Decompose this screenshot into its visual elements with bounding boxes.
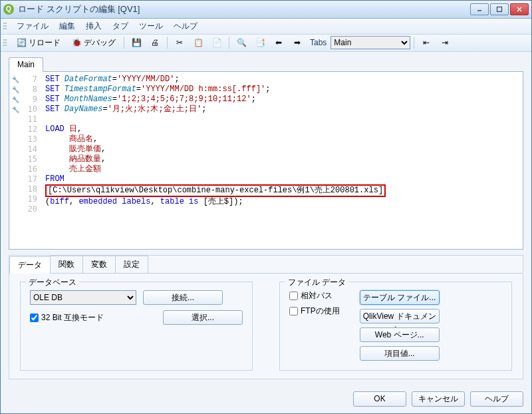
qlikview-doc-button[interactable]: QlikView ドキュメント...: [360, 309, 440, 323]
tabs-label: Tabs: [310, 38, 327, 47]
dialog-buttons: OK キャンセル ヘルプ: [1, 385, 531, 413]
search-icon: 🔍: [236, 37, 247, 48]
tab-next-icon: ➡: [292, 37, 303, 48]
tab-settings[interactable]: 設定: [115, 256, 148, 273]
outdent-icon: ⇤: [421, 37, 432, 48]
database-legend: データベース: [26, 277, 79, 288]
cut-button[interactable]: ✂: [171, 35, 188, 50]
ftp-use-checkbox[interactable]: FTPの使用: [289, 306, 340, 317]
titlebar: Q ロード スクリプトの編集 [QV1]: [1, 1, 531, 19]
search-button[interactable]: 🔍: [233, 35, 250, 50]
table-files-button[interactable]: テーブル ファイル...: [360, 290, 440, 305]
tab-add-icon: 📑: [255, 37, 265, 48]
field-values-button[interactable]: 項目値...: [360, 346, 440, 361]
indent-icon: ⇥: [440, 37, 450, 48]
editor-code[interactable]: SET DateFormat='YYYY/MM/DD';SET Timestam…: [41, 72, 523, 249]
compat-32bit-checkbox[interactable]: 32 Bit 互換モード: [30, 312, 104, 323]
reload-icon: 🔄: [16, 37, 27, 48]
bottom-panel: データ 関数 変数 設定 データベース OLE DB 接続... 32 Bit …: [9, 255, 523, 379]
bug-icon: 🐞: [71, 37, 82, 48]
paste-icon: 📄: [211, 37, 222, 48]
tab-variables[interactable]: 変数: [82, 256, 116, 273]
tab-functions[interactable]: 関数: [50, 256, 83, 273]
reload-button[interactable]: 🔄リロード: [11, 35, 65, 50]
script-editor[interactable]: 7🔧8🔧9🔧10🔧11121314151617181920 SET DateFo…: [9, 71, 523, 250]
maximize-button[interactable]: [490, 3, 509, 15]
tab-prev-icon: ⬅: [273, 37, 284, 48]
menu-tools[interactable]: ツール: [134, 19, 168, 34]
web-page-button[interactable]: Web ページ...: [360, 327, 440, 342]
script-editor-window: Q ロード スクリプトの編集 [QV1] ファイル 編集 挿入 タブ ツール ヘ…: [0, 0, 532, 414]
cancel-button[interactable]: キャンセル: [412, 391, 465, 407]
paste-button[interactable]: 📄: [208, 35, 225, 50]
menu-edit[interactable]: 編集: [54, 19, 80, 34]
toolbar: 🔄リロード 🐞デバッグ 💾 🖨 ✂ 📋 📄 🔍 📑 ⬅ ➡ Tabs Main …: [1, 35, 531, 53]
relative-path-checkbox[interactable]: 相対パス: [289, 290, 340, 302]
menu-tab[interactable]: タブ: [107, 19, 134, 34]
filedata-fieldset: ファイル データ 相対パス FTPの使用 テーブル ファイル... QlikVi…: [279, 282, 512, 371]
menu-file[interactable]: ファイル: [11, 19, 54, 34]
app-icon: Q: [3, 4, 14, 15]
debug-button[interactable]: 🐞デバッグ: [66, 35, 120, 50]
ok-button[interactable]: OK: [353, 391, 406, 407]
select-button[interactable]: 選択...: [163, 310, 243, 325]
tab-prev-button[interactable]: ⬅: [270, 35, 287, 50]
menubar: ファイル 編集 挿入 タブ ツール ヘルプ: [1, 19, 531, 35]
tab-add-button[interactable]: 📑: [251, 35, 269, 50]
outdent-button[interactable]: ⇤: [418, 35, 435, 50]
cut-icon: ✂: [174, 37, 185, 48]
save-button[interactable]: 💾: [128, 35, 145, 50]
copy-button[interactable]: 📋: [190, 35, 207, 50]
print-button[interactable]: 🖨: [146, 35, 164, 50]
copy-icon: 📋: [193, 37, 203, 48]
print-icon: 🖨: [150, 37, 160, 48]
tab-data[interactable]: データ: [9, 256, 51, 274]
tab-next-button[interactable]: ➡: [289, 35, 306, 50]
editor-gutter: 7🔧8🔧9🔧10🔧11121314151617181920: [9, 72, 41, 249]
database-fieldset: データベース OLE DB 接続... 32 Bit 互換モード 選択...: [20, 282, 253, 371]
tabs-select[interactable]: Main: [331, 36, 410, 49]
svg-rect-1: [497, 7, 502, 11]
close-button[interactable]: [510, 3, 529, 15]
help-button[interactable]: ヘルプ: [470, 391, 523, 407]
minimize-button[interactable]: [470, 3, 489, 15]
save-icon: 💾: [131, 37, 142, 48]
window-title: ロード スクリプトの編集 [QV1]: [18, 3, 470, 15]
indent-button[interactable]: ⇥: [436, 35, 454, 50]
editor-tab-main[interactable]: Main: [9, 57, 43, 72]
menu-insert[interactable]: 挿入: [80, 19, 107, 34]
db-driver-select[interactable]: OLE DB: [30, 290, 136, 305]
menu-help[interactable]: ヘルプ: [168, 19, 203, 34]
connect-button[interactable]: 接続...: [143, 290, 223, 305]
filedata-legend: ファイル データ: [285, 277, 348, 288]
